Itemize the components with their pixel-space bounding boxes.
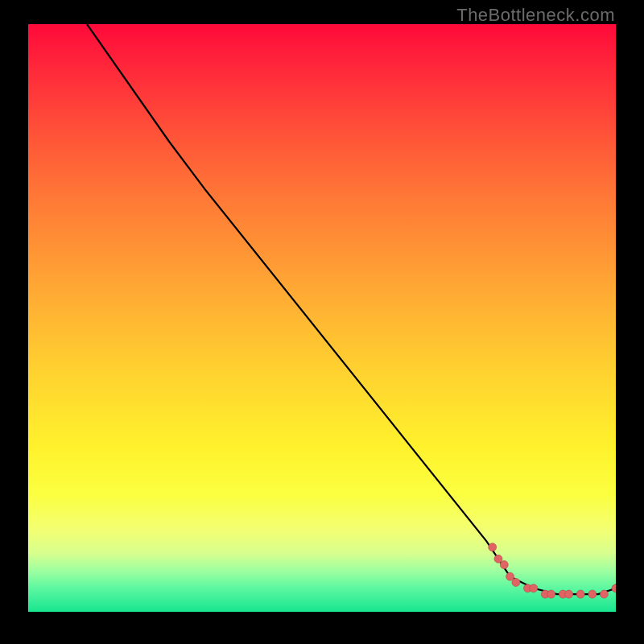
data-points: [489, 543, 616, 598]
data-point: [494, 555, 502, 563]
chart-frame: TheBottleneck.com: [0, 0, 644, 644]
data-point: [512, 579, 520, 587]
data-point: [600, 590, 608, 598]
watermark-label: TheBottleneck.com: [456, 5, 615, 26]
data-point: [489, 543, 497, 551]
data-point: [547, 590, 555, 598]
data-point: [576, 590, 584, 598]
data-point: [506, 572, 514, 580]
plot-area: [28, 24, 616, 612]
data-point: [500, 561, 508, 569]
data-point: [530, 584, 538, 592]
chart-overlay: [28, 24, 616, 612]
data-point: [612, 584, 616, 592]
data-point: [588, 590, 597, 598]
bottleneck-curve: [87, 24, 616, 594]
data-point: [565, 590, 573, 598]
